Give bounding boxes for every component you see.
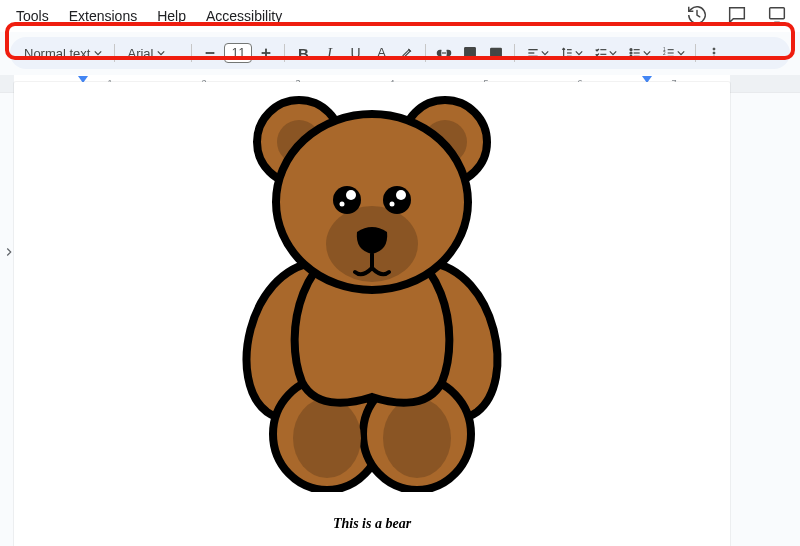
text-color-button[interactable]: A [369,41,393,65]
insert-image-button[interactable] [484,41,508,65]
svg-point-39 [333,186,361,214]
toolbar-separator [191,44,192,62]
align-button[interactable] [521,41,553,65]
chevron-down-icon [575,49,583,57]
svg-point-42 [396,190,406,200]
svg-point-27 [713,52,715,54]
svg-point-41 [346,190,356,200]
bold-button[interactable]: B [291,41,315,65]
bulleted-list-button[interactable] [623,41,655,65]
svg-text:2: 2 [663,51,666,56]
insert-link-button[interactable] [432,41,456,65]
toolbar-separator [514,44,515,62]
svg-point-35 [293,398,361,478]
text-color-swatch [374,57,388,60]
toolbar-separator [114,44,115,62]
font-size-value: 11 [232,46,245,60]
svg-point-40 [383,186,411,214]
comments-icon[interactable] [726,4,748,29]
bear-image[interactable] [207,82,537,495]
chevron-down-icon [157,49,165,57]
chevron-down-icon [677,49,685,57]
menu-tools[interactable]: Tools [8,4,57,28]
line-spacing-button[interactable] [555,41,587,65]
underline-button[interactable]: U [343,41,367,65]
more-tools-button[interactable] [702,41,726,65]
svg-point-28 [713,56,715,58]
toolbar-separator [425,44,426,62]
chevron-down-icon [609,49,617,57]
svg-point-16 [630,52,632,54]
svg-point-36 [383,398,451,478]
font-family-dropdown[interactable]: Arial [121,41,185,65]
document-page[interactable]: This is a bear [14,82,730,546]
font-family-label: Arial [127,46,153,61]
menu-help[interactable]: Help [149,4,194,28]
highlight-color-button[interactable] [395,41,419,65]
toolbar: Normal text Arial 11 B I U A 12 [10,37,790,69]
menu-extensions[interactable]: Extensions [61,4,145,28]
chevron-down-icon [94,49,102,57]
menubar: Tools Extensions Help Accessibility [0,0,800,32]
chevron-down-icon [643,49,651,57]
toolbar-separator [284,44,285,62]
svg-rect-3 [262,52,270,53]
menu-accessibility[interactable]: Accessibility [198,4,290,28]
paragraph-style-label: Normal text [24,46,90,61]
history-icon[interactable] [686,4,708,29]
svg-point-44 [390,202,395,207]
chevron-down-icon [541,49,549,57]
svg-rect-0 [770,8,785,19]
italic-button[interactable]: I [317,41,341,65]
toolbar-separator [695,44,696,62]
checklist-button[interactable] [589,41,621,65]
svg-point-26 [713,48,715,50]
present-icon[interactable] [766,4,788,29]
insert-comment-button[interactable] [458,41,482,65]
svg-point-17 [630,55,632,57]
increase-font-size-button[interactable] [254,41,278,65]
svg-point-6 [493,51,495,53]
svg-point-15 [630,49,632,51]
header-actions [682,0,792,33]
paragraph-style-dropdown[interactable]: Normal text [18,41,108,65]
decrease-font-size-button[interactable] [198,41,222,65]
numbered-list-button[interactable]: 12 [657,41,689,65]
svg-rect-1 [206,52,214,53]
svg-point-43 [340,202,345,207]
font-size-input[interactable]: 11 [224,43,252,63]
image-caption[interactable]: This is a bear [333,516,411,532]
